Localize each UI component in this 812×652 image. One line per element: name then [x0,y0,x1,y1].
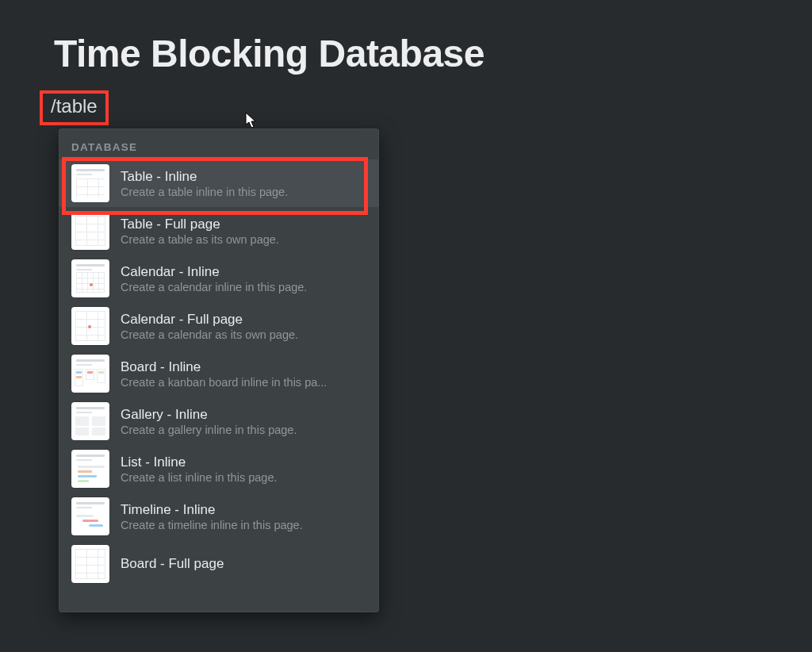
menu-item-table-inline[interactable]: Table - Inline Create a table inline in … [59,159,379,207]
menu-item-gallery-inline[interactable]: Gallery - Inline Create a gallery inline… [59,397,379,445]
slash-menu: DATABASE Table - Inline Create a table i… [59,128,379,612]
menu-item-title: Table - Full page [121,217,370,232]
menu-item-board-full[interactable]: Board - Full page [59,540,379,588]
menu-item-timeline-inline[interactable]: Timeline - Inline Create a timeline inli… [59,493,379,540]
menu-item-desc: Create a calendar as its own page. [121,328,370,341]
menu-item-list-inline[interactable]: List - Inline Create a list inline in th… [59,445,379,493]
menu-item-title: Calendar - Full page [121,312,370,328]
menu-item-title: Calendar - Inline [121,264,370,280]
list-inline-icon [71,450,109,488]
menu-item-desc: Create a list inline in this page. [121,471,370,484]
menu-item-title: Table - Inline [121,169,370,185]
board-full-icon [71,545,109,583]
menu-item-calendar-inline[interactable]: Calendar - Inline Create a calendar inli… [59,255,379,302]
menu-section-label: DATABASE [59,138,379,159]
menu-item-title: Gallery - Inline [121,407,370,423]
menu-item-calendar-full[interactable]: Calendar - Full page Create a calendar a… [59,302,379,350]
page-title: Time Blocking Database [54,32,485,75]
slash-command-input[interactable]: /table [51,95,98,117]
slash-command-highlight: /table [40,90,109,125]
menu-item-desc: Create a timeline inline in this page. [121,519,370,531]
menu-item-title: Timeline - Inline [121,502,370,518]
table-full-icon [71,212,109,250]
board-inline-icon [71,355,109,393]
menu-item-desc: Create a table as its own page. [121,233,370,246]
menu-item-desc: Create a gallery inline in this page. [121,424,370,436]
menu-item-desc: Create a kanban board inline in this pa.… [121,376,370,389]
mouse-cursor-icon [245,112,258,129]
gallery-inline-icon [71,402,109,440]
menu-item-title: List - Inline [121,454,370,470]
menu-item-title: Board - Inline [121,359,370,375]
calendar-full-icon [71,307,109,345]
menu-item-desc: Create a table inline in this page. [121,186,370,198]
menu-item-table-full[interactable]: Table - Full page Create a table as its … [59,207,379,255]
menu-item-title: Board - Full page [121,556,370,572]
menu-item-board-inline[interactable]: Board - Inline Create a kanban board inl… [59,350,379,397]
table-inline-icon [71,164,109,202]
timeline-inline-icon [71,497,109,535]
calendar-inline-icon [71,259,109,297]
menu-item-desc: Create a calendar inline in this page. [121,281,370,293]
